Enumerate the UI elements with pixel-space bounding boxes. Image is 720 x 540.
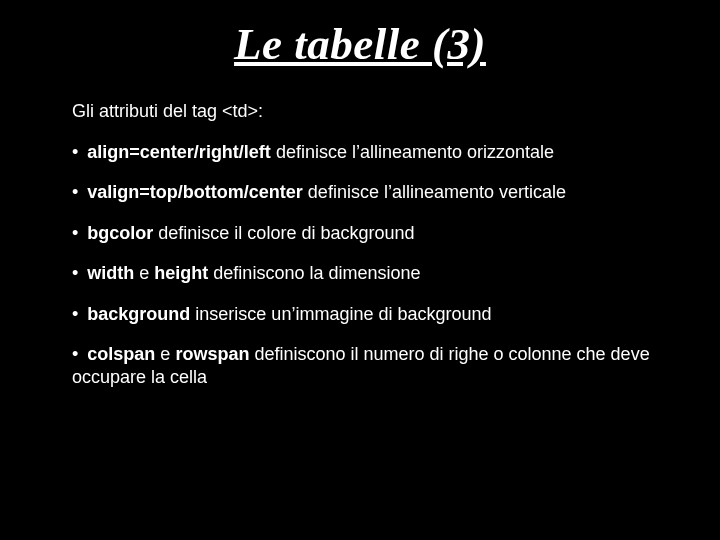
bullet-mid: e — [155, 344, 175, 364]
bullet-item: • background inserisce un’immagine di ba… — [72, 303, 660, 326]
bullet-item: • bgcolor definisce il colore di backgro… — [72, 222, 660, 245]
bullet-dot: • — [72, 223, 78, 243]
bullet-bold: width — [87, 263, 134, 283]
bullet-bold2: rowspan — [175, 344, 249, 364]
bullet-dot: • — [72, 263, 78, 283]
bullet-item: • colspan e rowspan definiscono il numer… — [72, 343, 660, 388]
bullet-bold: background — [87, 304, 190, 324]
bullet-dot: • — [72, 182, 78, 202]
bullet-rest: inserisce un’immagine di background — [190, 304, 491, 324]
bullet-bold: bgcolor — [87, 223, 153, 243]
slide-title: Le tabelle (3) — [0, 18, 720, 70]
bullet-bold: colspan — [87, 344, 155, 364]
slide: Le tabelle (3) Gli attributi del tag <td… — [0, 18, 720, 540]
bullet-rest: definisce l’allineamento orizzontale — [271, 142, 554, 162]
bullet-dot: • — [72, 304, 78, 324]
bullet-item: • valign=top/bottom/center definisce l’a… — [72, 181, 660, 204]
bullet-item: • width e height definiscono la dimensio… — [72, 262, 660, 285]
bullet-dot: • — [72, 344, 78, 364]
intro-text: Gli attributi del tag <td>: — [72, 100, 660, 123]
bullet-rest: definisce il colore di background — [153, 223, 414, 243]
bullet-bold: align=center/right/left — [87, 142, 271, 162]
bullet-item: • align=center/right/left definisce l’al… — [72, 141, 660, 164]
slide-content: Gli attributi del tag <td>: • align=cent… — [72, 100, 660, 388]
bullet-rest: definisce l’allineamento verticale — [303, 182, 566, 202]
bullet-mid: e — [134, 263, 154, 283]
bullet-rest: definiscono la dimensione — [208, 263, 420, 283]
bullet-bold2: height — [154, 263, 208, 283]
bullet-dot: • — [72, 142, 78, 162]
bullet-bold: valign=top/bottom/center — [87, 182, 303, 202]
